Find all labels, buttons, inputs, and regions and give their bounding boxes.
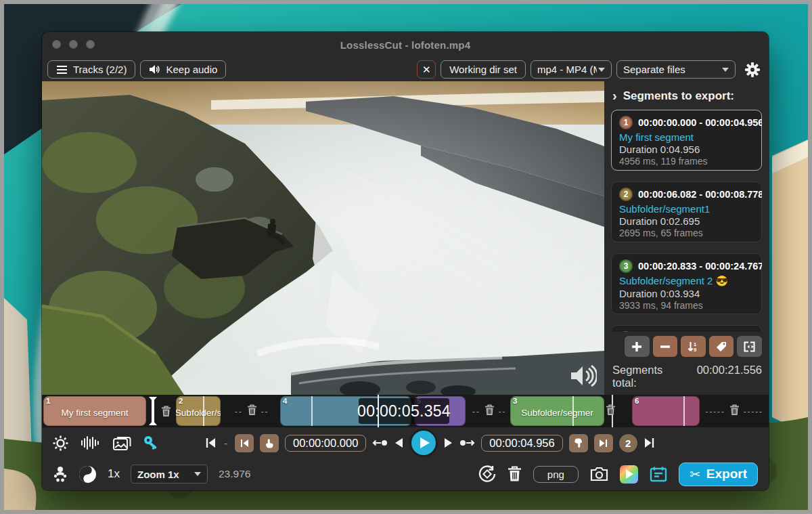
- playback-controls-row: - 00:00:00.000: [42, 427, 769, 458]
- segment-handle-cursor[interactable]: [149, 397, 157, 425]
- gap-dashes: --: [261, 406, 269, 416]
- export-button[interactable]: ✂ Export: [679, 463, 758, 486]
- gap-dashes: -----: [705, 406, 725, 416]
- segment-name-link[interactable]: Subfolder/segment 2 😎: [619, 275, 754, 287]
- segment-counter-button[interactable]: 2: [619, 434, 637, 452]
- keyframes-toggle-button[interactable]: [143, 435, 160, 450]
- plus-icon: [631, 341, 643, 353]
- play-button[interactable]: [409, 429, 438, 457]
- waveform-toggle-button[interactable]: [81, 435, 101, 450]
- current-time-display: 00:00:05.354: [359, 398, 449, 424]
- next-marker-icon: [599, 439, 608, 448]
- timeline-trash-button[interactable]: [247, 404, 257, 419]
- export-mode-select[interactable]: Separate files: [616, 60, 736, 79]
- tracks-button[interactable]: Tracks (2/2): [47, 60, 135, 79]
- output-format-select[interactable]: mp4 - MP4 (M: [531, 60, 612, 79]
- theme-toggle-button[interactable]: [78, 465, 97, 484]
- timeline-zoom-select[interactable]: Zoom 1x: [131, 465, 208, 484]
- set-cut-start-button[interactable]: [260, 434, 279, 452]
- keep-audio-button[interactable]: Keep audio: [140, 60, 226, 79]
- timeline-gap[interactable]: ----: [226, 395, 277, 427]
- timeline-gap[interactable]: ----: [470, 395, 509, 427]
- screenshot-button[interactable]: [590, 467, 608, 481]
- set-cut-end-button[interactable]: [569, 434, 588, 452]
- segments-header[interactable]: › Segments to export:: [612, 89, 762, 103]
- prev-marker-icon: [240, 439, 249, 448]
- titlebar[interactable]: LosslessCut - lofoten.mp4: [42, 32, 769, 58]
- edit-metadata-button[interactable]: [650, 466, 667, 482]
- seek-segment-start-button[interactable]: [235, 434, 254, 452]
- trash-icon: [729, 404, 740, 416]
- jump-start-button[interactable]: [205, 437, 217, 448]
- next-keyframe-button[interactable]: [459, 438, 475, 448]
- svg-text:9: 9: [694, 347, 696, 353]
- timeline[interactable]: 1My first segment2Subfolder/s----4500:00…: [42, 395, 769, 427]
- close-window-button[interactable]: [52, 40, 61, 49]
- playhead[interactable]: [378, 395, 379, 427]
- timeline-segment[interactable]: 6: [632, 396, 700, 426]
- scissors-icon: ✂: [690, 468, 700, 481]
- add-segment-button[interactable]: [625, 336, 650, 357]
- segment-number-badge: 3: [619, 259, 633, 273]
- segments-total-value: 00:00:21.556: [697, 364, 762, 389]
- timeline-trash-button[interactable]: [484, 404, 495, 419]
- segment-card-header: 400:00:10.678 - 00:00:14.933: [619, 331, 754, 332]
- working-dir-button[interactable]: Working dir set: [441, 60, 526, 79]
- top-toolbar: Tracks (2/2) Keep audio ✕ Working dir se…: [42, 58, 769, 81]
- camera-icon: [590, 467, 608, 481]
- settings-button[interactable]: [744, 62, 761, 78]
- timeline-gap[interactable]: ----------: [702, 395, 766, 427]
- timeline-segment[interactable]: 3Subfolder/segmer: [510, 396, 604, 426]
- capture-mode-button[interactable]: [53, 466, 68, 482]
- segment-card[interactable]: 100:00:00.000 - 00:00:04.956My first seg…: [611, 110, 762, 171]
- volume-icon[interactable]: [570, 364, 597, 388]
- trash-icon-wrap: [606, 404, 616, 419]
- seek-segment-end-button[interactable]: [594, 434, 613, 452]
- play-icon: [420, 437, 430, 449]
- window-title: LosslessCut - lofoten.mp4: [340, 39, 471, 51]
- cut-start-time-input[interactable]: 00:00:00.000: [285, 435, 366, 452]
- jump-end-button[interactable]: [644, 437, 655, 448]
- segment-card[interactable]: 200:00:06.082 - 00:00:08.778Subfolder/se…: [611, 181, 762, 242]
- screenshot-format-button[interactable]: png: [533, 466, 579, 483]
- cut-end-time-input[interactable]: 00:00:04.956: [481, 435, 562, 452]
- timeline-trash-button[interactable]: [606, 395, 618, 427]
- hand-up-icon: [265, 438, 274, 448]
- playback-speed-label: 1x: [108, 467, 120, 481]
- shift-segments-icon: [743, 341, 756, 353]
- prev-keyframe-button[interactable]: [372, 438, 388, 448]
- next-frame-button[interactable]: [444, 437, 453, 448]
- sort-segments-button[interactable]: 1 9: [681, 336, 706, 357]
- close-file-button[interactable]: ✕: [417, 60, 436, 79]
- delete-source-button[interactable]: [508, 466, 522, 482]
- preview-render-button[interactable]: [620, 465, 638, 484]
- timeline-segment[interactable]: 2Subfolder/s: [176, 396, 221, 426]
- gap-dashes: --: [235, 406, 243, 416]
- rotation-button[interactable]: [478, 465, 496, 483]
- export-mode-value: Separate files: [623, 64, 685, 75]
- speed-zoom-group: 1x Zoom 1x 23.976: [53, 465, 250, 484]
- timeline-trash-button[interactable]: [729, 404, 740, 419]
- keyframe-marker: [572, 396, 574, 426]
- segment-meta: 4956 ms, 119 frames: [619, 156, 754, 167]
- segments-tool-button[interactable]: [737, 336, 762, 357]
- output-format-value: mp4 - MP4 (M: [537, 64, 597, 75]
- timeline-segment[interactable]: 1My first segment: [43, 396, 146, 426]
- minimize-window-button[interactable]: [69, 40, 78, 49]
- label-segment-button[interactable]: [709, 336, 734, 357]
- rotate-icon: [478, 465, 496, 483]
- working-dir-label: Working dir set: [449, 64, 517, 75]
- segment-name-link[interactable]: My first segment: [619, 131, 754, 143]
- remove-segment-button[interactable]: [653, 336, 678, 357]
- segment-name-link[interactable]: Subfolder/segment1: [619, 203, 754, 215]
- trash-icon: [606, 404, 616, 416]
- zoom-window-button[interactable]: [86, 40, 95, 49]
- prev-frame-button[interactable]: [394, 437, 403, 448]
- timeline-trash-button[interactable]: [161, 395, 171, 427]
- segment-card[interactable]: 300:00:20.833 - 00:00:24.767Subfolder/se…: [611, 253, 762, 314]
- settings-toggle-button[interactable]: [53, 435, 68, 451]
- segment-card[interactable]: 400:00:10.678 - 00:00:14.933: [611, 325, 762, 332]
- thumbnails-toggle-button[interactable]: [113, 435, 131, 450]
- segment-number-badge: 4: [619, 331, 633, 332]
- video-preview[interactable]: [42, 81, 604, 395]
